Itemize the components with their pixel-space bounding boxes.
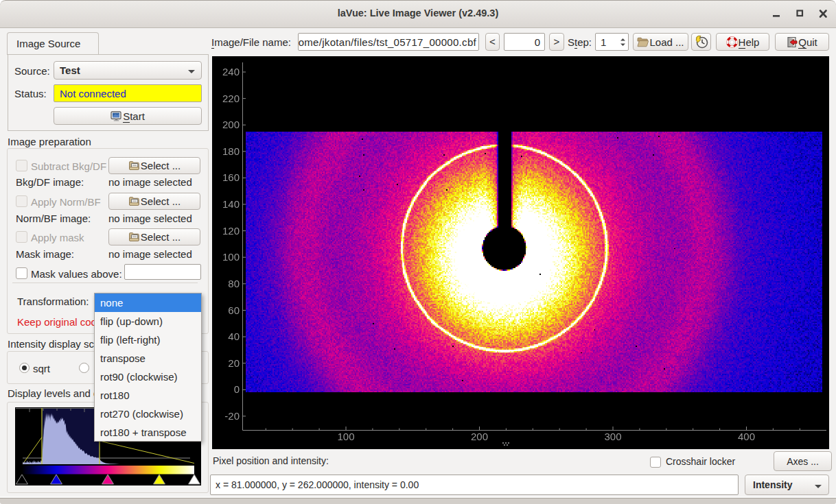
svg-text:100: 100 bbox=[222, 251, 240, 263]
svg-text:300: 300 bbox=[604, 431, 621, 442]
svg-text:120: 120 bbox=[222, 225, 240, 237]
svg-text:220: 220 bbox=[222, 93, 240, 104]
svg-text:240: 240 bbox=[222, 66, 240, 77]
svg-text:20: 20 bbox=[228, 357, 240, 369]
svg-text:100: 100 bbox=[337, 431, 354, 442]
svg-text:140: 140 bbox=[222, 198, 240, 210]
svg-text:160: 160 bbox=[222, 171, 240, 183]
svg-text:200: 200 bbox=[471, 431, 488, 442]
svg-text:40: 40 bbox=[228, 331, 240, 342]
svg-text:0: 0 bbox=[234, 383, 240, 395]
svg-text:-20: -20 bbox=[224, 410, 240, 422]
svg-text:60: 60 bbox=[228, 304, 240, 316]
svg-text:400: 400 bbox=[738, 431, 755, 442]
svg-text:80: 80 bbox=[228, 278, 240, 289]
svg-text:180: 180 bbox=[222, 145, 240, 157]
svg-text:200: 200 bbox=[222, 119, 240, 130]
